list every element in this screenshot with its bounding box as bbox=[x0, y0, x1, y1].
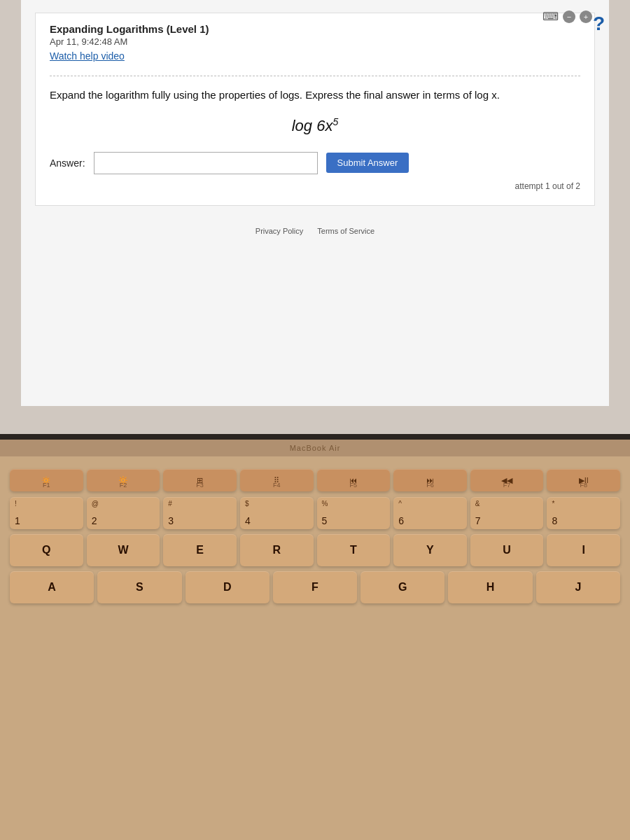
key-i[interactable]: I bbox=[547, 534, 620, 566]
key-7[interactable]: & 7 bbox=[470, 497, 544, 529]
key-a[interactable]: A bbox=[10, 571, 94, 603]
key-5[interactable]: % 5 bbox=[317, 497, 391, 529]
answer-row: Answer: Submit Answer bbox=[50, 152, 580, 174]
key-f2[interactable]: 🔆 F2 bbox=[87, 469, 160, 491]
content-area: ⌨ − + ? Expanding Logarithms (Level 1) A… bbox=[35, 13, 595, 206]
key-f7[interactable]: ◀◀ F7 bbox=[470, 469, 544, 491]
number-key-row: ! 1 @ 2 # 3 $ 4 % 5 ^ 6 & 7 * 8 bbox=[7, 497, 623, 529]
key-f4[interactable]: ⠿ F4 bbox=[240, 469, 314, 491]
section-divider bbox=[50, 76, 580, 76]
key-1[interactable]: ! 1 bbox=[10, 497, 83, 529]
key-4[interactable]: $ 4 bbox=[240, 497, 314, 529]
problem-instructions: Expand the logarithm fully using the pro… bbox=[50, 88, 580, 104]
key-f5[interactable]: ⏮ F5 bbox=[317, 469, 391, 491]
page-title: Expanding Logarithms (Level 1) bbox=[50, 23, 580, 35]
key-s[interactable]: S bbox=[97, 571, 181, 603]
key-r[interactable]: R bbox=[240, 534, 314, 566]
screen-bezel bbox=[0, 434, 630, 440]
submit-button[interactable]: Submit Answer bbox=[326, 153, 410, 173]
key-6[interactable]: ^ 6 bbox=[393, 497, 467, 529]
qwerty-key-row: Q W E R T Y U I bbox=[7, 534, 623, 566]
key-g[interactable]: G bbox=[360, 571, 444, 603]
macbook-label: MacBook Air bbox=[290, 444, 341, 452]
date-display: Apr 11, 9:42:48 AM bbox=[50, 36, 580, 47]
screen-inner: ⌨ − + ? Expanding Logarithms (Level 1) A… bbox=[21, 0, 609, 406]
terms-of-service-link[interactable]: Terms of Service bbox=[317, 227, 374, 235]
equation-display: log 6x5 bbox=[50, 116, 580, 135]
fn-key-row: 🔅 F1 🔆 F2 ⊞ F3 ⠿ F4 ⏮ F5 ⏭ F6 ◀◀ F7 ▶II bbox=[7, 469, 623, 491]
key-2[interactable]: @ 2 bbox=[87, 497, 160, 529]
key-h[interactable]: H bbox=[448, 571, 532, 603]
key-w[interactable]: W bbox=[87, 534, 160, 566]
help-video-link[interactable]: Watch help video bbox=[50, 50, 125, 62]
help-question-icon[interactable]: ? bbox=[593, 13, 605, 35]
toolbar-icons: ⌨ − + bbox=[542, 10, 592, 23]
zoom-out-btn[interactable]: − bbox=[563, 10, 575, 23]
key-f6[interactable]: ⏭ F6 bbox=[393, 469, 467, 491]
key-f8[interactable]: ▶II F8 bbox=[547, 469, 620, 491]
zoom-in-btn[interactable]: + bbox=[580, 10, 592, 23]
keyboard-icon[interactable]: ⌨ bbox=[542, 10, 559, 23]
answer-label: Answer: bbox=[50, 158, 85, 169]
key-f1[interactable]: 🔅 F1 bbox=[10, 469, 83, 491]
key-f[interactable]: F bbox=[273, 571, 357, 603]
keyboard-area: 🔅 F1 🔆 F2 ⊞ F3 ⠿ F4 ⏮ F5 ⏭ F6 ◀◀ F7 ▶II bbox=[0, 461, 630, 622]
key-d[interactable]: D bbox=[186, 571, 270, 603]
key-8[interactable]: * 8 bbox=[547, 497, 620, 529]
privacy-policy-link[interactable]: Privacy Policy bbox=[255, 227, 303, 235]
key-f3[interactable]: ⊞ F3 bbox=[163, 469, 237, 491]
key-y[interactable]: Y bbox=[393, 534, 467, 566]
key-e[interactable]: E bbox=[163, 534, 237, 566]
equation-exponent: 5 bbox=[332, 116, 338, 127]
key-3[interactable]: # 3 bbox=[163, 497, 237, 529]
key-u[interactable]: U bbox=[470, 534, 544, 566]
key-j[interactable]: J bbox=[536, 571, 620, 603]
footer-links: Privacy Policy Terms of Service bbox=[35, 227, 595, 241]
macbook-label-bar: MacBook Air bbox=[0, 440, 630, 456]
key-t[interactable]: T bbox=[317, 534, 391, 566]
key-q[interactable]: Q bbox=[10, 534, 83, 566]
attempt-counter: attempt 1 out of 2 bbox=[50, 181, 580, 191]
asdf-key-row: A S D F G H J bbox=[7, 571, 623, 603]
answer-input[interactable] bbox=[94, 152, 318, 174]
screen: ⌨ − + ? Expanding Logarithms (Level 1) A… bbox=[0, 0, 630, 434]
